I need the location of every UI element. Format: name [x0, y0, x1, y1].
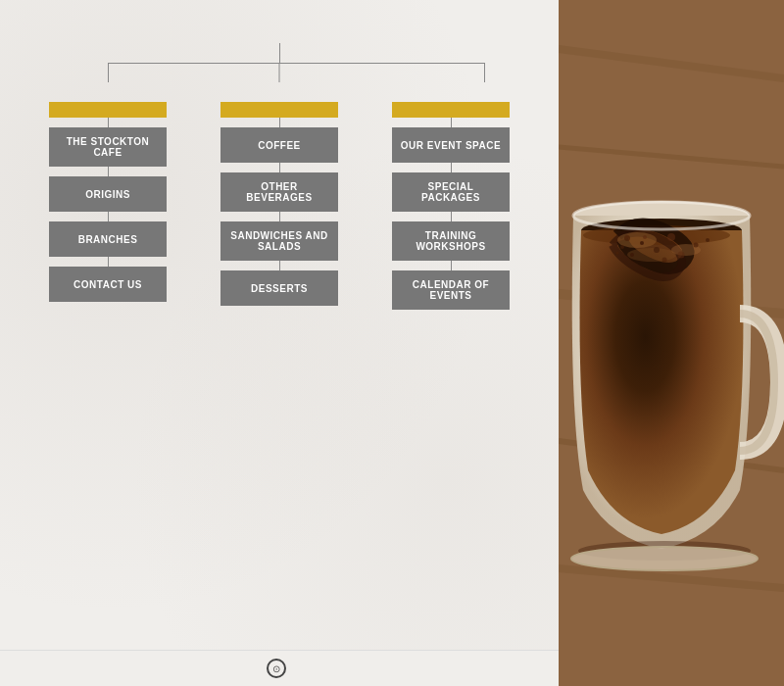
col3-drop	[484, 63, 485, 82]
svg-point-16	[694, 243, 699, 248]
column-menu: COFFEE OTHER BEVERAGES SANDWICHES AND SA…	[201, 102, 358, 310]
col2-drop	[279, 63, 280, 82]
child-training[interactable]: TRAINING WORKSHOPS	[392, 221, 510, 261]
left-panel: THE STOCKTON CAFE ORIGINS BRANCHES CONTA…	[0, 0, 559, 686]
svg-point-14	[640, 241, 644, 245]
svg-point-22	[643, 235, 647, 239]
svg-point-18	[620, 245, 624, 249]
svg-point-20	[630, 253, 634, 257]
svg-point-12	[627, 248, 676, 262]
svg-point-17	[654, 247, 660, 253]
right-panel	[559, 0, 784, 686]
child-branches[interactable]: BRANCHES	[49, 221, 167, 257]
child-calendar[interactable]: CALENDAR OF EVENTS	[392, 270, 510, 310]
child-sandwiches[interactable]: SANDWICHES AND SALADS	[220, 221, 338, 261]
child-beverages[interactable]: OTHER BEVERAGES	[220, 172, 338, 212]
brand-icon: ⊙	[267, 659, 286, 678]
menu-vline	[279, 118, 280, 127]
child-coffee[interactable]: COFFEE	[220, 127, 338, 163]
child-contact[interactable]: CONTACT US	[49, 267, 167, 302]
child-stockton[interactable]: THE STOCKTON CAFE	[49, 127, 167, 167]
menu-children: COFFEE OTHER BEVERAGES SANDWICHES AND SA…	[201, 127, 358, 306]
home-children: THE STOCKTON CAFE ORIGINS BRANCHES CONTA…	[29, 127, 186, 302]
child-event-space[interactable]: OUR EVENT SPACE	[392, 127, 510, 163]
reservations-node[interactable]	[392, 102, 510, 118]
svg-point-13	[624, 235, 630, 241]
child-desserts[interactable]: DESSERTS	[220, 270, 338, 306]
reservations-children: OUR EVENT SPACE SPECIAL PACKAGES TRAININ…	[372, 127, 529, 310]
column-home: THE STOCKTON CAFE ORIGINS BRANCHES CONTA…	[29, 102, 186, 310]
h-connector	[108, 63, 485, 64]
home-node[interactable]	[49, 102, 167, 118]
columns: THE STOCKTON CAFE ORIGINS BRANCHES CONTA…	[10, 102, 549, 310]
coffee-image	[559, 0, 784, 686]
svg-point-21	[662, 258, 667, 263]
menu-node[interactable]	[220, 102, 338, 118]
col1-drop	[108, 63, 109, 82]
root-vline	[279, 43, 280, 63]
home-vline	[108, 118, 109, 127]
svg-point-19	[678, 252, 685, 259]
column-reservations: OUR EVENT SPACE SPECIAL PACKAGES TRAININ…	[372, 102, 529, 310]
svg-point-23	[706, 238, 710, 242]
svg-point-24	[616, 252, 619, 255]
reservations-vline	[451, 118, 452, 127]
svg-point-15	[667, 233, 675, 241]
child-packages[interactable]: SPECIAL PACKAGES	[392, 172, 510, 212]
footer: ⊙	[0, 650, 559, 686]
child-origins[interactable]: ORIGINS	[49, 176, 167, 212]
